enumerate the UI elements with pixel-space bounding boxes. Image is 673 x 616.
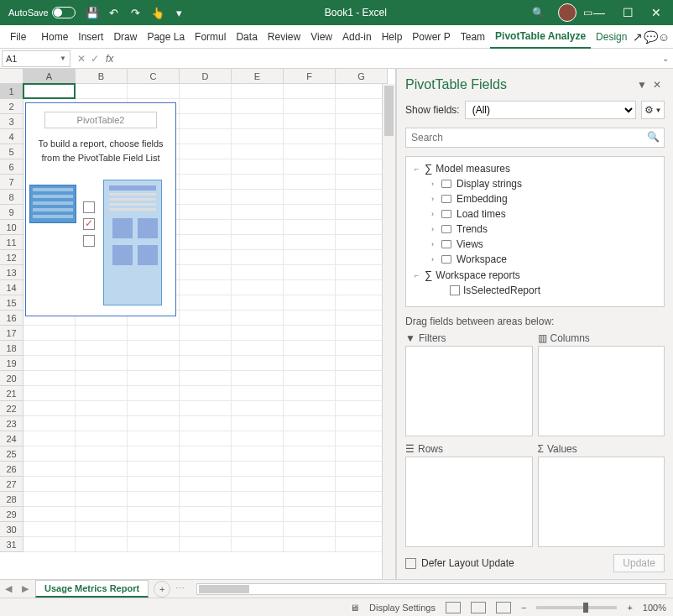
row-header-31[interactable]: 31 (0, 537, 23, 552)
minimize-button[interactable]: — (592, 6, 606, 19)
cell[interactable] (284, 190, 336, 205)
horizontal-scrollbar[interactable] (196, 583, 666, 595)
tab-insert[interactable]: Insert (73, 26, 108, 48)
cell[interactable] (284, 326, 336, 341)
cell[interactable] (23, 371, 76, 386)
cell[interactable] (284, 431, 336, 446)
expand-icon[interactable]: › (431, 225, 438, 233)
column-header-F[interactable]: F (284, 69, 336, 84)
cell[interactable] (284, 250, 336, 265)
tree-item[interactable]: ›Workspace (431, 252, 662, 267)
cell[interactable] (23, 492, 76, 507)
cell[interactable] (232, 431, 284, 446)
save-icon[interactable]: 💾 (86, 6, 99, 19)
cell[interactable] (76, 522, 128, 537)
cell[interactable] (336, 341, 388, 356)
show-fields-select[interactable]: (All) (465, 101, 636, 119)
row-header-26[interactable]: 26 (0, 462, 23, 477)
cell[interactable] (76, 401, 128, 416)
cell[interactable] (284, 341, 336, 356)
cell[interactable] (284, 99, 336, 114)
cell[interactable] (232, 386, 284, 401)
cell[interactable] (232, 175, 284, 190)
tab-power-pivot[interactable]: Power P (407, 26, 455, 48)
cell[interactable] (23, 326, 76, 341)
update-button[interactable]: Update (613, 554, 665, 572)
cell[interactable] (23, 416, 76, 431)
cell[interactable] (232, 280, 284, 295)
comments-icon[interactable]: 💬 (644, 30, 658, 44)
cell[interactable] (336, 326, 388, 341)
row-header-30[interactable]: 30 (0, 522, 23, 537)
cell[interactable] (76, 84, 128, 99)
tab-pivottable-analyze[interactable]: PivotTable Analyze (490, 25, 591, 49)
cell[interactable] (284, 311, 336, 326)
row-header-4[interactable]: 4 (0, 129, 23, 144)
cell[interactable] (232, 129, 284, 144)
cell[interactable] (336, 446, 388, 462)
cell[interactable] (336, 492, 388, 507)
cell[interactable] (180, 159, 232, 175)
cell[interactable] (284, 537, 336, 552)
cell[interactable] (336, 462, 388, 477)
cell[interactable] (232, 250, 284, 265)
search-icon[interactable]: 🔍 (647, 131, 660, 143)
cell[interactable] (232, 537, 284, 552)
expand-icon[interactable]: › (431, 195, 438, 203)
worksheet-grid[interactable]: ABCDEFG 12345678910111213141516171819202… (0, 69, 396, 579)
zoom-in-button[interactable]: + (627, 603, 632, 613)
redo-icon[interactable]: ↷ (129, 6, 143, 19)
expand-icon[interactable]: › (431, 255, 438, 264)
row-header-23[interactable]: 23 (0, 416, 23, 431)
cell[interactable] (180, 492, 232, 507)
cell[interactable] (23, 462, 76, 477)
cell[interactable] (232, 84, 284, 99)
cell[interactable] (232, 371, 284, 386)
cell[interactable] (23, 386, 76, 401)
row-header-3[interactable]: 3 (0, 114, 23, 129)
cell[interactable] (232, 522, 284, 537)
cell[interactable] (232, 205, 284, 220)
collapse-icon[interactable]: ⌐ (415, 164, 421, 173)
add-sheet-button[interactable]: + (154, 581, 170, 598)
cell[interactable] (76, 371, 128, 386)
avatar[interactable] (558, 3, 576, 22)
expand-icon[interactable]: › (431, 210, 438, 218)
cell[interactable] (180, 537, 232, 552)
field-checkbox[interactable] (450, 285, 460, 295)
row-header-1[interactable]: 1 (0, 84, 23, 99)
name-box[interactable]: A1 ▼ (2, 50, 70, 67)
cell[interactable] (128, 462, 180, 477)
column-header-D[interactable]: D (180, 69, 232, 84)
cell[interactable] (232, 114, 284, 129)
cell[interactable] (180, 84, 232, 99)
cell[interactable] (23, 401, 76, 416)
cell[interactable] (284, 114, 336, 129)
tab-home[interactable]: Home (36, 26, 73, 48)
cell[interactable] (284, 371, 336, 386)
cell[interactable] (180, 280, 232, 295)
fields-tree[interactable]: ⌐∑ Model measures›Display strings›Embedd… (405, 156, 665, 307)
tab-team[interactable]: Team (456, 26, 490, 48)
cell[interactable] (284, 144, 336, 159)
cell[interactable] (76, 386, 128, 401)
cell[interactable] (284, 220, 336, 235)
cell[interactable] (180, 99, 232, 114)
page-break-view-button[interactable] (496, 602, 511, 613)
cell[interactable] (336, 280, 388, 295)
cell[interactable] (128, 492, 180, 507)
cell[interactable] (76, 416, 128, 431)
cell[interactable] (284, 416, 336, 431)
cell[interactable] (180, 371, 232, 386)
cell[interactable] (336, 129, 388, 144)
cell[interactable] (180, 265, 232, 280)
cell[interactable] (336, 144, 388, 159)
cell[interactable] (232, 507, 284, 522)
row-header-17[interactable]: 17 (0, 326, 23, 341)
cell[interactable] (232, 416, 284, 431)
cell[interactable] (284, 295, 336, 311)
cell[interactable] (336, 311, 388, 326)
cell[interactable] (128, 507, 180, 522)
cell[interactable] (128, 416, 180, 431)
row-header-16[interactable]: 16 (0, 311, 23, 326)
